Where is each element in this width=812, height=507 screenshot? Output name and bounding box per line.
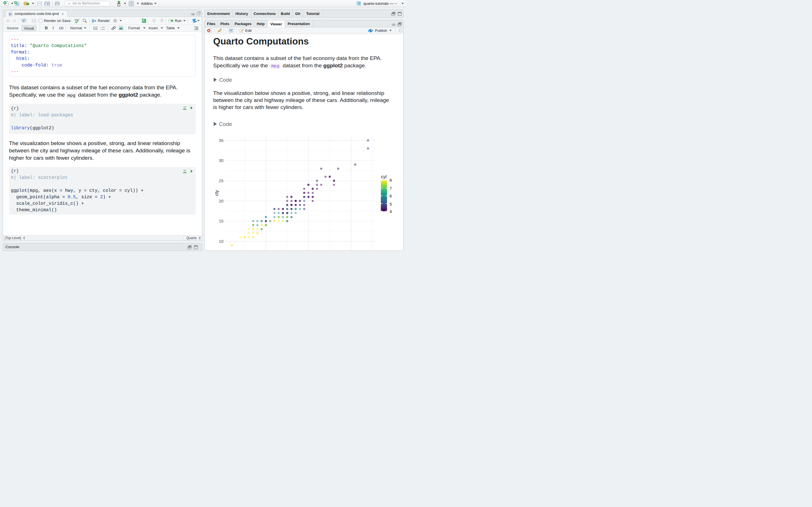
svg-text:30: 30 — [219, 158, 223, 163]
svg-text:25: 25 — [219, 178, 223, 183]
svg-text:cyl: cyl — [381, 174, 387, 179]
svg-text:4: 4 — [390, 209, 392, 214]
svg-text:2: 2 — [100, 29, 101, 31]
svg-text:5: 5 — [390, 202, 392, 207]
svg-text:8: 8 — [390, 178, 392, 182]
svg-text:15: 15 — [219, 219, 223, 223]
svg-text:35: 35 — [219, 138, 223, 143]
svg-text:10: 10 — [219, 239, 223, 244]
svg-text:cty: cty — [214, 190, 219, 196]
svg-text:1: 1 — [100, 26, 101, 28]
svg-text:R: R — [358, 2, 360, 5]
svg-text:ABC: ABC — [74, 18, 80, 21]
svg-text:20: 20 — [219, 199, 223, 203]
svg-text:7: 7 — [390, 186, 392, 191]
svg-text:6: 6 — [390, 193, 392, 198]
